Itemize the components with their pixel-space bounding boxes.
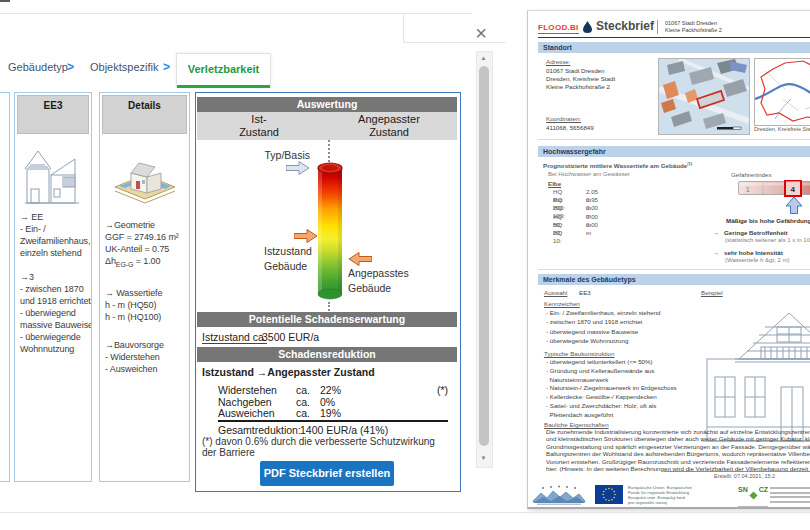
kennzeichen-label: Kennzeichen <box>544 300 580 307</box>
row-ca: ca. <box>296 407 310 419</box>
kennzeichen-text: - Ein- / Zweifamilienhaus, einzeln stehe… <box>546 308 661 345</box>
geometrie-title: →Geometrie <box>105 219 179 231</box>
tab-verletzbarkeit[interactable]: Verletzbarkeit <box>176 53 271 88</box>
panel-ee3: EE3 → EE - Ein- / Zweifamilienhaus, einz… <box>14 92 92 482</box>
breadcrumb-item-gebaeudetyp[interactable]: Gebäudetyp <box>8 61 68 73</box>
koordinaten-value: 411068, 5656849 <box>546 124 594 132</box>
angepasstes-arrow-icon <box>348 252 372 266</box>
row-label: Widerstehen <box>218 384 277 396</box>
title-divider <box>657 20 658 34</box>
betroffenheit-bullet: Geringe Betroffenheit <box>724 229 788 236</box>
row-value: 22% <box>320 384 341 396</box>
adresse-label: Adresse: <box>546 58 570 65</box>
details-bauvorsorge: →Bauvorsorge - Widerstehen - Ausweichen <box>105 339 164 375</box>
auswertung-header: Auswertung <box>197 97 457 112</box>
reduktion-row: Nachgeben ca. 0% <box>0 396 460 408</box>
details-geometrie: →Geometrie GGF = 2749.16 m² UK-Anteil = … <box>105 219 179 271</box>
geometrie-uk: UK-Anteil = 0.75 <box>105 243 179 255</box>
screenshot-root: × Gebäudetyp > Objektspezifik > Verletzb… <box>0 0 810 530</box>
index-caption: Mäßige bis hohe Gefährdung <box>726 217 810 224</box>
index-low-tick: 1 <box>746 186 750 193</box>
scroll-up-icon[interactable]: ▲ <box>476 55 491 61</box>
chevron-right-icon: > <box>163 60 170 74</box>
pdf-erstellen-button[interactable]: PDF Steckbrief erstellen <box>260 461 394 486</box>
row-ca: ca. <box>296 384 310 396</box>
header-rule <box>538 37 810 38</box>
site-map-image <box>658 58 750 135</box>
row-label: Nachgeben <box>218 396 272 408</box>
arrow-right-icon: → <box>713 229 719 236</box>
damage-gradient-cylinder <box>313 158 347 304</box>
house-sketch-icon <box>23 145 81 207</box>
subtitle-footnote-ref: (1) <box>687 161 692 166</box>
beispiel-label: Beispiel <box>701 289 723 296</box>
eigenschaften-label: Bauliche Eigenschaften <box>544 421 609 428</box>
scroll-down-icon[interactable]: ▼ <box>476 455 491 461</box>
region-map-caption: Dresden, Kreisfreie Stadt <box>754 126 810 132</box>
ist-zustand-label: Ist- Zustand <box>197 113 321 139</box>
row-value: 19% <box>320 407 341 419</box>
pdf-title-address: 01067 Stadt Dresden Kleine Packhofstraße… <box>665 20 722 34</box>
gewaesser-intro: Bei Hochwasser am Gewässer <box>548 171 630 177</box>
region-map-image <box>754 58 810 126</box>
section-standort-header: Standort <box>538 42 810 53</box>
schadenserwartung-header: Potentielle Schadenserwartung <box>197 312 457 327</box>
reduktion-subtitle: Istzustand →Angepasster Zustand <box>202 366 375 378</box>
eu-funding-text: Europäische Union. Europäischer Fonds fü… <box>628 485 692 505</box>
erstellt-timestamp: Erstellt: 07.04.2021, 15:2 <box>714 473 775 479</box>
istzustand-arrow-icon <box>294 229 318 243</box>
auswahl-value: EE3 <box>579 289 591 297</box>
tab-active-underline <box>177 85 270 88</box>
angepasstes-gebaeude-label: Angepasstes Gebäude <box>348 266 409 296</box>
row-note: (*) <box>437 384 448 396</box>
baukonstruktion-text: - überwiegend teilunterkellert (<= 50%) … <box>546 358 677 420</box>
panel-details-header: Details <box>102 95 187 134</box>
details-wassertiefe: → Wassertiefe h - m (HQ50) h - m (HQ100) <box>105 287 162 323</box>
hq-value: - <box>586 229 588 237</box>
reduktion-footnote: (*) davon 0.6% durch die verbesserte Sch… <box>202 436 435 458</box>
pdf-preview-page: FLOOD.BI Steckbrief 01067 Stadt Dresden … <box>527 10 810 509</box>
flood-bi-logo: FLOOD.BI <box>538 23 579 34</box>
sn-cz-diamond-icon <box>749 491 758 500</box>
close-icon[interactable]: × <box>468 22 494 44</box>
clipped-column <box>0 92 10 482</box>
ee3-description: → EE - Ein- / Zweifamilienhaus, einzeln … <box>20 211 92 355</box>
house-3d-icon <box>113 149 177 207</box>
schadensreduktion-header: Schadensreduktion <box>197 347 457 362</box>
baukonstruktion-label: Typische Baukonstruktion <box>544 350 615 357</box>
arrow-right-icon: → <box>713 249 719 256</box>
koordinaten-label: Koordinaten: <box>546 115 581 122</box>
project-mountains-logo <box>533 485 585 505</box>
adresse-value: 01067 Stadt Dresden Dresden, Kreisfreie … <box>546 67 615 91</box>
window-edge-artifact <box>0 0 10 2</box>
section-merkmale-header: Merkmale des Gebäudetyps <box>538 274 810 285</box>
section-divider <box>538 139 810 140</box>
istzustand-ca-value: 3500 EUR/a <box>262 331 319 343</box>
geometrie-dh: ΔhEG-G = 1.00 <box>105 255 179 271</box>
wassertiefe-subtitle: Prognostizierte mittlere Wassertiefe am … <box>543 161 692 169</box>
breadcrumb-item-objektspezifik[interactable]: Objektspezifik <box>90 61 158 73</box>
hq-label: HQ 10: <box>553 229 562 245</box>
section-gefahr-header: Hochwassergefahr <box>538 146 810 157</box>
intensitaet-bullet: sehr hohe Intensität <box>724 249 783 256</box>
typ-basis-arrow-icon <box>286 161 310 175</box>
window-bottom-border <box>0 512 810 513</box>
auswahl-label: Auswahl <box>544 289 567 296</box>
angepasster-zustand-label: Angepasster Zustand <box>321 113 457 139</box>
pdf-title: Steckbrief <box>596 19 654 33</box>
sn-cz-logo: SNCZ <box>738 486 768 509</box>
gefahrenindex-scale: 1 4 <box>738 180 810 197</box>
dialog-header-divider <box>403 13 404 42</box>
row-value: 0% <box>320 396 335 408</box>
betroffenheit-detail: (statistisch seltener als 1 x in 100 a) <box>725 237 810 243</box>
reduktion-sum-line <box>218 420 448 422</box>
scrollbar-thumb[interactable] <box>479 66 489 446</box>
river-label: Elbe <box>548 180 561 187</box>
gefahrenindex-label: Gefahrenindex <box>731 171 772 179</box>
index-current-value: 4 <box>791 185 796 194</box>
section-divider <box>538 269 810 270</box>
panel-ee3-header: EE3 <box>17 95 89 134</box>
panel-details: Details →Geometrie GGF = 2749.16 m² UK-A… <box>99 92 190 482</box>
cz-label: CZ <box>759 486 768 493</box>
index-pointer-up-arrow-icon <box>786 197 802 214</box>
